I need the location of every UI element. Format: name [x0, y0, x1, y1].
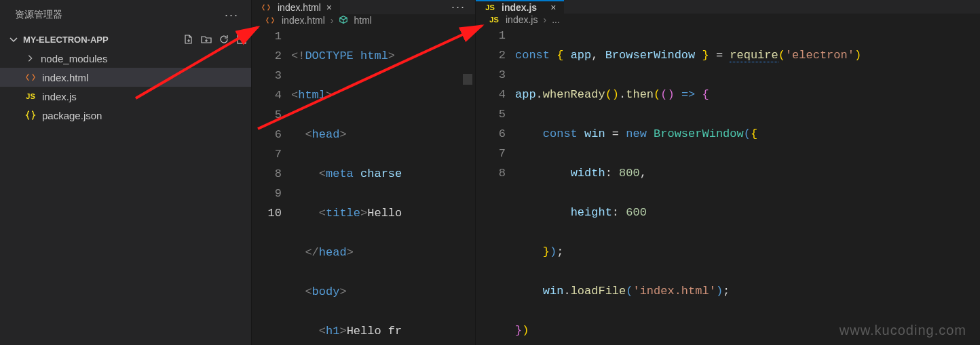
tab-bar: JS index.js ×: [476, 0, 980, 14]
breadcrumb[interactable]: index.html › html: [252, 14, 475, 26]
breadcrumb-symbol: html: [354, 15, 371, 26]
line-gutter: 1 2 3 4 5 6 7 8 9 10: [252, 26, 291, 345]
close-icon[interactable]: ×: [550, 2, 556, 13]
line-gutter: 1 2 3 4 5 6 7 8: [476, 26, 515, 345]
chevron-right-icon: [24, 53, 35, 64]
html-icon: [264, 14, 276, 26]
tab-label: index.html: [278, 2, 321, 13]
breadcrumb-file: index.js: [506, 14, 538, 25]
cube-icon: [339, 15, 348, 26]
tree-label: index.html: [42, 72, 88, 83]
editor-group-right: JS index.js × JS index.js › ... 1 2 3 4 …: [475, 0, 980, 345]
chevron-down-icon: [8, 34, 19, 45]
refresh-icon[interactable]: [219, 34, 229, 45]
collapse-icon[interactable]: [236, 34, 247, 45]
new-folder-icon[interactable]: [201, 34, 212, 45]
breadcrumb-file: index.html: [282, 15, 325, 26]
project-name: MY-ELECTRON-APP: [23, 35, 109, 45]
tree-item-file[interactable]: JS index.js: [0, 87, 251, 106]
close-icon[interactable]: ×: [326, 2, 332, 13]
watermark: www.kucoding.com: [840, 323, 966, 338]
explorer-title: 资源管理器: [15, 9, 62, 21]
breadcrumb[interactable]: JS index.js › ...: [476, 14, 980, 26]
tab-index-html[interactable]: index.html ×: [252, 0, 340, 14]
more-icon[interactable]: ···: [451, 0, 466, 14]
more-icon[interactable]: ···: [225, 8, 239, 22]
tree-label: index.js: [42, 91, 77, 102]
tree-item-file[interactable]: index.html: [0, 68, 251, 87]
tree-label: package.json: [42, 110, 102, 121]
js-icon: JS: [484, 1, 496, 14]
breadcrumb-rest: ...: [552, 14, 560, 25]
project-root[interactable]: MY-ELECTRON-APP: [0, 30, 251, 49]
tab-label: index.js: [502, 2, 537, 13]
new-file-icon[interactable]: [183, 34, 194, 45]
code-content[interactable]: <!DOCTYPE html> <html> <head> <meta char…: [291, 26, 402, 345]
html-icon: [260, 1, 272, 14]
tree-label: node_modules: [41, 53, 107, 64]
js-icon: JS: [24, 90, 37, 102]
chevron-right-icon: ›: [331, 15, 334, 26]
chevron-right-icon: ›: [543, 14, 546, 25]
js-icon: JS: [488, 14, 500, 26]
html-icon: [24, 71, 37, 83]
editor-group-left: index.html × ··· index.html › html 1 2 3…: [251, 0, 475, 345]
tab-bar: index.html × ···: [252, 0, 475, 14]
explorer-sidebar: 资源管理器 ··· MY-ELECTRON-APP node_modules: [0, 0, 251, 345]
json-icon: [24, 109, 37, 121]
explorer-actions: [183, 34, 247, 45]
minimap[interactable]: [463, 74, 472, 85]
tree-item-folder[interactable]: node_modules: [0, 49, 251, 68]
tree-item-file[interactable]: package.json: [0, 106, 251, 125]
tab-index-js[interactable]: JS index.js ×: [476, 0, 564, 14]
code-content[interactable]: const { app, BrowserWindow } = require('…: [515, 26, 861, 345]
